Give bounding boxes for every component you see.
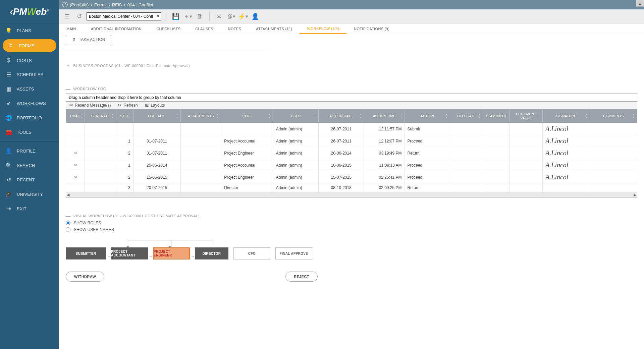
delete-icon[interactable]: 🗑 [195,12,205,21]
radio-icon [66,221,70,225]
list-icon[interactable]: ☰ [62,12,72,21]
expand-icon: ＋ [66,63,71,69]
sidebar-item-recent[interactable]: ↺RECENT [0,173,59,187]
tab-checklists[interactable]: CHECKLISTS [149,23,188,34]
flow-accountant: PROJECT ACCOUNTANT [111,247,148,259]
search-icon: 🔍 [5,162,12,169]
breadcrumb-forms[interactable]: Forms [94,2,107,7]
mail-icon: ✉ [69,103,73,108]
info-icon[interactable]: i [62,2,68,7]
user-icon[interactable]: 👤 [251,12,260,21]
flow-cfo: CFO [233,247,270,259]
table-row[interactable]: ✉215-06-2015Project EngineerAdmin (admin… [66,171,637,183]
column-header[interactable]: ROLE⋮ [221,109,273,123]
sidebar-item-assets[interactable]: ▦ASSETS [0,82,59,96]
column-header[interactable]: ATTACHMENTS⋮ [180,109,221,123]
tab-notifications[interactable]: NOTIFICATIONS (9) [346,23,397,34]
tools-icon: 🧰 [5,129,12,135]
assets-icon: ▦ [5,86,12,92]
project-dropdown[interactable]: Boston Medical Center - 004 - Confl ▼ [87,12,161,20]
tab-main[interactable]: MAIN [59,23,84,34]
flow-director: DIRECTOR [195,247,228,259]
tab-workflow[interactable]: WORKFLOW (2/4) [300,23,346,34]
sidebar-item-forms[interactable]: 🗎FORMS [3,39,56,52]
tab-clauses[interactable]: CLAUSES [188,23,220,34]
sidebar-item-profile[interactable]: 👤PROFILE [0,144,59,158]
resend-button[interactable]: ✉Resend Message(s) [69,103,111,108]
sidebar-item-costs[interactable]: $COSTS [0,53,59,67]
column-header[interactable]: ACTION DATE⋮ [319,109,364,123]
table-row[interactable]: Admin (admin)26-07-201112:11:57 PMSubmit… [66,123,637,135]
take-action-button[interactable]: 🗎 TAKE ACTION [66,35,111,44]
column-header[interactable]: DUE DATE⋮ [133,109,180,123]
table-row[interactable]: ✉125-06-2014Project AccountaiAdmin (admi… [66,159,637,171]
column-header[interactable]: ACTION TIME⋮ [364,109,405,123]
breadcrumb-bar: i (Portfolio) › Forms › RFIS › 004 - Con… [59,0,644,9]
print-icon[interactable]: 🖨▾ [226,12,236,21]
sidebar-item-schedules[interactable]: ☰SCHEDULES [0,67,59,82]
column-header[interactable]: EMAIL⋮ [66,109,85,123]
breadcrumb-portfolio[interactable]: (Portfolio) [70,2,89,7]
refresh-button[interactable]: ⟳Refresh [118,103,138,108]
sidebar-item-plans[interactable]: 💡PLANS [0,23,59,38]
sidebar-item-tools[interactable]: 🧰TOOLS [0,125,59,139]
collapse-icon: — [66,86,71,92]
sub-tabs: MAIN ADDITIONAL INFORMATION CHECKLISTS C… [59,23,644,34]
sidebar-item-exit[interactable]: ➜EXIT [0,201,59,216]
column-header[interactable]: COMMENTS⋮ [590,109,637,123]
log-section-header[interactable]: — WORKFLOW LOG [66,86,637,92]
show-roles-radio[interactable]: SHOW ROLES [66,221,637,225]
scroll-up-control[interactable]: ▲ [636,0,644,7]
chevron-down-icon: ▼ [155,14,161,18]
bolt-icon[interactable]: ⚡▾ [238,12,248,21]
sidebar-item-workflows[interactable]: ✔WORKFLOWS [0,96,59,111]
breadcrumb-current: 004 - Conflict [127,2,153,7]
visual-workflow-header[interactable]: — VISUAL WORKFLOW (01 - WF-000001 COST E… [66,213,637,219]
column-header[interactable]: SIGNATURE⋮ [543,109,590,123]
mail-icon[interactable]: ✉ [214,12,224,21]
bulb-icon: 💡 [5,27,12,34]
sidebar-item-university[interactable]: 🎓UNIVERSITY [0,187,59,201]
column-header[interactable]: DOCUMENT VALUE⋮ [509,109,543,123]
table-row[interactable]: 131-07-2011Project AccountaiAdmin (admin… [66,135,637,147]
refresh-icon: ⟳ [118,103,121,108]
dollar-icon: $ [5,57,12,63]
reject-button[interactable]: REJECT [285,272,318,282]
column-header[interactable]: DELEGATE⋮ [450,109,483,123]
flow-final: FINAL APPROVE [275,247,312,259]
globe-icon: 🌐 [5,115,12,121]
table-row[interactable]: ✉231-07-2011Project EngineerAdmin (admin… [66,147,637,159]
add-icon[interactable]: ＋▾ [183,12,193,21]
tab-attachments[interactable]: ATTACHMENTS (11) [249,23,300,34]
history-icon: ↺ [5,177,12,183]
grid-toolbar: ✉Resend Message(s) ⟳Refresh ▦Layouts [66,102,637,109]
column-header[interactable]: USER⋮ [273,109,318,123]
column-header[interactable]: TEAM INPUT⋮ [483,109,509,123]
workflow-log-table: EMAIL⋮GENERATE⋮STEP⋮DUE DATE⋮ATTACHMENTS… [66,109,637,192]
breadcrumb-rfis[interactable]: RFIS [112,2,122,7]
group-drop-area[interactable]: Drag a column header and drop it here to… [66,94,637,102]
column-header[interactable]: GENERATE⋮ [85,109,116,123]
tab-notes[interactable]: NOTES [221,23,249,34]
horizontal-scrollbar[interactable]: ◀▶ [66,192,637,198]
toolbar: ☰ ↺ Boston Medical Center - 004 - Confl … [59,9,644,23]
show-users-radio[interactable]: SHOW USER NAMES [66,227,637,232]
table-row[interactable]: 320-07-2015DirectorAdmin (admin)08-10-20… [66,183,637,192]
sidebar-item-search[interactable]: 🔍SEARCH [0,158,59,173]
save-icon: 🗎 [72,37,76,42]
column-header[interactable]: ACTION⋮ [405,109,450,123]
bp-section-header[interactable]: ＋ BUSINESS PROCESS (01 - WF-000001 Cost … [66,63,637,69]
logo: ‹PMWeb® [0,0,59,23]
tab-additional[interactable]: ADDITIONAL INFORMATION [84,23,149,34]
column-header[interactable]: STEP⋮ [116,109,133,123]
layouts-icon: ▦ [145,103,149,108]
history-icon[interactable]: ↺ [74,12,84,21]
save-icon[interactable]: 💾 [171,12,180,21]
avatar-icon: 👤 [5,148,12,154]
withdraw-button[interactable]: WITHDRAW [66,272,104,282]
content-area: 🗎 TAKE ACTION ＋ BUSINESS PROCESS (01 - W… [59,34,644,349]
forms-icon: 🗎 [7,43,14,49]
layouts-button[interactable]: ▦Layouts [145,103,165,108]
sidebar-item-portfolio[interactable]: 🌐PORTFOLIO [0,111,59,125]
collapse-icon: — [66,213,71,219]
